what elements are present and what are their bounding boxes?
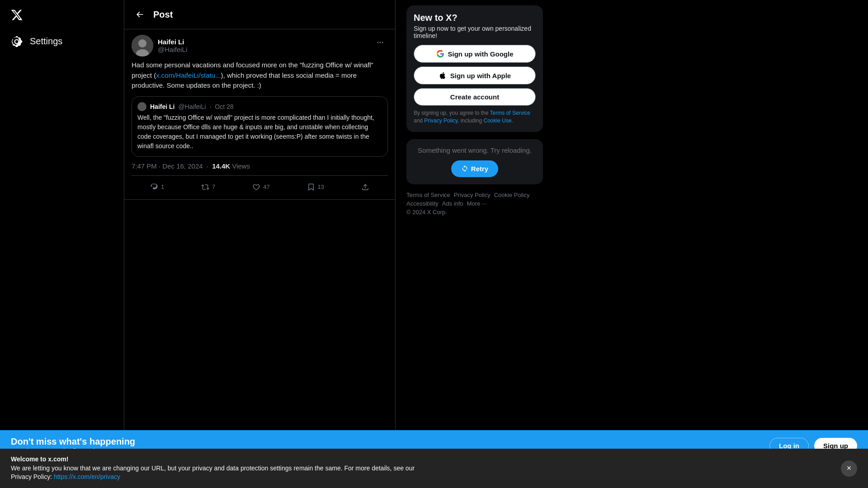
back-button[interactable]: [132, 6, 148, 23]
x-logo-icon: [10, 9, 23, 21]
reply-button[interactable]: 1: [146, 180, 169, 194]
share-icon: [361, 183, 369, 191]
apple-icon: [439, 71, 447, 80]
app-layout: Settings Post: [0, 0, 868, 488]
signup-google-label: Sign up with Google: [448, 50, 514, 58]
signup-apple-label: Sign up with Apple: [450, 72, 511, 80]
gear-icon: [11, 35, 23, 47]
retry-label: Retry: [471, 165, 488, 173]
separator: ·: [207, 162, 208, 170]
post-header: Post: [124, 0, 395, 29]
post-link[interactable]: x.com/HaifeiLi/statu...: [156, 71, 221, 79]
sidebar: Settings: [0, 0, 124, 488]
like-button[interactable]: 47: [248, 180, 274, 194]
right-sidebar: New to X? Sign up now to get your own pe…: [396, 0, 554, 488]
error-card: Something went wrong. Try reloading. Ret…: [406, 139, 543, 184]
author-name: Haifei Li: [158, 38, 187, 46]
x-logo-button[interactable]: [5, 4, 28, 26]
post-timestamp: 7:47 PM · Dec 16, 2024: [132, 162, 203, 170]
quoted-author-name: Haifei Li: [150, 103, 175, 110]
post-author-row: Haifei Li @HaifeiLi: [132, 35, 388, 56]
share-button[interactable]: [357, 180, 374, 194]
svg-point-5: [382, 42, 383, 43]
bookmark-button[interactable]: 13: [302, 180, 329, 194]
footer-cookie[interactable]: Cookie Policy: [494, 192, 530, 198]
create-account-label: Create account: [450, 93, 499, 101]
privacy-link[interactable]: Privacy Policy: [424, 117, 458, 124]
retweet-button[interactable]: 7: [197, 180, 220, 194]
tos-text: By signing up, you agree to the Terms of…: [414, 109, 536, 125]
quoted-author-handle: @HaifeiLi: [178, 103, 206, 110]
cookie-notice: Welcome to x.com! We are letting you kno…: [0, 449, 868, 488]
footer-ads-info[interactable]: Ads info: [442, 200, 463, 207]
post-views-count: 14.4K: [212, 162, 230, 170]
post-body: Haifei Li @HaifeiLi Had some personal va…: [124, 29, 395, 200]
cookie-title: Welcome to x.com!: [11, 455, 68, 463]
footer-links: Terms of Service Privacy Policy Cookie P…: [406, 192, 543, 207]
author-handle: @HaifeiLi: [158, 46, 187, 53]
post-meta: 7:47 PM · Dec 16, 2024 · 14.4K Views: [132, 162, 388, 170]
like-icon: [252, 183, 260, 191]
reply-icon: [150, 183, 158, 191]
back-arrow-icon: [135, 10, 144, 19]
avatar-icon: [132, 35, 153, 56]
sidebar-settings-label: Settings: [30, 36, 62, 47]
quoted-header: Haifei Li @HaifeiLi · Oct 28: [137, 102, 382, 111]
google-icon: [436, 50, 444, 58]
footer-terms[interactable]: Terms of Service: [406, 192, 450, 198]
sidebar-item-settings[interactable]: Settings: [5, 30, 118, 52]
cookie-text: Welcome to x.com! We are letting you kno…: [11, 455, 418, 482]
post-actions: 1 7 47 13: [132, 175, 388, 194]
error-message: Something went wrong. Try reloading.: [414, 146, 536, 154]
avatar: [132, 35, 153, 56]
new-to-x-title: New to X?: [414, 13, 536, 23]
new-to-x-subtitle: Sign up now to get your own personalized…: [414, 25, 536, 39]
bookmark-icon: [307, 183, 315, 191]
signup-apple-button[interactable]: Sign up with Apple: [414, 66, 536, 84]
bookmark-count: 13: [318, 183, 324, 190]
more-icon: [376, 38, 384, 47]
create-account-button[interactable]: Create account: [414, 88, 536, 106]
like-count: 47: [263, 183, 269, 190]
post-author-info: Haifei Li @HaifeiLi: [132, 35, 187, 56]
new-to-x-card: New to X? Sign up now to get your own pe…: [406, 5, 543, 132]
footer-accessibility[interactable]: Accessibility: [406, 200, 439, 207]
author-details: Haifei Li @HaifeiLi: [158, 38, 187, 53]
cookie-close-icon: ×: [847, 464, 852, 473]
svg-point-4: [380, 42, 381, 43]
post-views-label: Views: [232, 162, 250, 170]
footer-privacy[interactable]: Privacy Policy: [454, 192, 491, 198]
cookie-use-link[interactable]: Cookie Use: [484, 117, 512, 124]
retweet-count: 7: [212, 183, 215, 190]
post-header-title: Post: [153, 9, 173, 20]
signup-google-button[interactable]: Sign up with Google: [414, 45, 536, 63]
banner-main-text: Don't miss what's happening: [11, 436, 135, 447]
retweet-icon: [201, 183, 209, 191]
footer-more[interactable]: More ···: [467, 200, 487, 207]
retry-button[interactable]: Retry: [451, 160, 498, 177]
quoted-tweet[interactable]: Haifei Li @HaifeiLi · Oct 28 Well, the "…: [132, 96, 388, 157]
cookie-privacy-link[interactable]: https://x.com/en/privacy: [54, 473, 120, 480]
quoted-date-value: Oct 28: [215, 103, 233, 110]
quoted-avatar: [137, 102, 146, 111]
reply-count: 1: [161, 183, 164, 190]
cookie-close-button[interactable]: ×: [841, 460, 857, 477]
quoted-text: Well, the "fuzzing Office w/ winafl" pro…: [137, 113, 382, 151]
more-options-button[interactable]: [373, 35, 388, 50]
terms-link[interactable]: Terms of Service: [490, 110, 530, 116]
post-text: Had some personal vacations and focused …: [132, 60, 388, 91]
retry-icon: [461, 165, 468, 172]
svg-point-1: [138, 39, 146, 47]
main-content: Post Haifei Li @HaifeiLi: [124, 0, 396, 488]
quoted-date: ·: [209, 103, 211, 110]
svg-point-3: [377, 42, 378, 43]
footer-copyright: © 2024 X Corp.: [406, 209, 543, 216]
